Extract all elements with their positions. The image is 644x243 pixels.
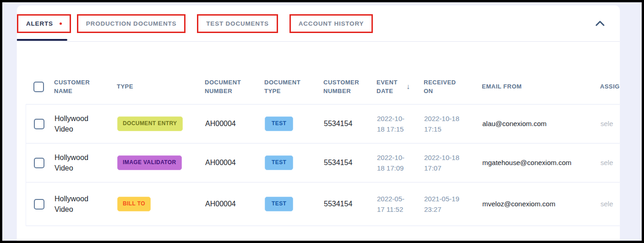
document-type-badge: TEST: [265, 116, 293, 131]
table-row: Hollywood Video IMAGE VALIDATOR AH00004 …: [26, 143, 620, 182]
row-checkbox[interactable]: [34, 119, 44, 129]
annotation-dot: [60, 22, 62, 25]
customer-name-cell: Hollywood Video: [55, 193, 117, 215]
header-checkbox-cell: [26, 82, 54, 92]
table-body: Hollywood Video DOCUMENT ENTRY AH00004 T…: [26, 104, 620, 226]
document-type-badge: TEST: [265, 197, 293, 211]
header-document-number[interactable]: DOCUMENT NUMBER: [205, 78, 264, 96]
type-badge: BILL TO: [117, 197, 151, 211]
tab-account-history-label: ACCOUNT HISTORY: [299, 20, 364, 27]
received-on-cell: 2022-10-18 17:07: [424, 152, 482, 174]
email-from-cell: mgatehouse@conexiom.com: [482, 158, 600, 168]
type-cell: BILL TO: [117, 197, 205, 211]
documents-panel: ALERTS PRODUCTION DOCUMENTS TEST DOCUMEN…: [17, 6, 620, 241]
tab-alerts-label: ALERTS: [26, 20, 53, 27]
tab-test-documents-label: TEST DOCUMENTS: [206, 20, 268, 27]
type-cell: IMAGE VALIDATOR: [117, 155, 205, 170]
email-from-cell: alau@conexiom.com: [482, 119, 600, 129]
tab-test-documents[interactable]: TEST DOCUMENTS: [197, 14, 278, 33]
received-on-cell: 2021-05-19 23:27: [424, 193, 482, 215]
type-badge: IMAGE VALIDATOR: [117, 155, 182, 170]
tab-bar: ALERTS PRODUCTION DOCUMENTS TEST DOCUMEN…: [17, 6, 620, 42]
customer-name-cell: Hollywood Video: [55, 113, 117, 134]
document-type-cell: TEST: [265, 155, 324, 170]
screenshot-root: { "tabs": { "active": "ALERTS", "items":…: [0, 0, 644, 243]
assigned-select[interactable]: sele: [600, 119, 620, 129]
event-date-cell: 2022-10-18 17:09: [377, 152, 424, 174]
table-header-row: CUSTOMER NAME TYPE DOCUMENT NUMBER DOCUM…: [26, 69, 620, 104]
row-checkbox-cell: [26, 199, 55, 210]
document-type-cell: TEST: [265, 116, 324, 131]
received-on-cell: 2022-10-18 17:15: [424, 113, 482, 135]
header-received-on[interactable]: RECEIVED ON: [424, 78, 482, 96]
email-from-cell: mveloz@conexiom.com: [482, 199, 600, 209]
header-type[interactable]: TYPE: [117, 82, 205, 91]
assigned-select[interactable]: sele: [600, 199, 620, 209]
tab-production-documents-label: PRODUCTION DOCUMENTS: [86, 20, 177, 27]
customer-number-cell: 5534154: [324, 157, 377, 168]
tab-account-history[interactable]: ACCOUNT HISTORY: [289, 14, 373, 33]
header-customer-name[interactable]: CUSTOMER NAME: [54, 78, 117, 96]
header-event-date[interactable]: EVENT DATE ↓: [377, 78, 424, 96]
active-tab-underline: [17, 39, 67, 41]
customer-number-cell: 5534154: [324, 199, 377, 209]
document-number-cell: AH00004: [205, 118, 265, 129]
header-document-type[interactable]: DOCUMENT TYPE: [264, 78, 323, 96]
table-container: CUSTOMER NAME TYPE DOCUMENT NUMBER DOCUM…: [17, 42, 620, 241]
table-row: Hollywood Video BILL TO AH00004 TEST 553…: [26, 182, 620, 226]
select-all-checkbox[interactable]: [33, 82, 44, 92]
table-row: Hollywood Video DOCUMENT ENTRY AH00004 T…: [26, 104, 620, 143]
document-type-cell: TEST: [265, 197, 324, 211]
header-assigned[interactable]: ASSIG: [600, 82, 620, 91]
collapse-panel-button[interactable]: [592, 16, 608, 31]
row-checkbox-cell: [26, 158, 55, 168]
document-type-badge: TEST: [265, 155, 293, 170]
sort-descending-icon[interactable]: ↓: [406, 81, 410, 92]
row-checkbox[interactable]: [34, 199, 44, 210]
document-number-cell: AH00004: [205, 157, 265, 168]
customer-number-cell: 5534154: [324, 118, 377, 129]
type-badge: DOCUMENT ENTRY: [117, 116, 183, 131]
header-email-from[interactable]: EMAIL FROM: [482, 82, 600, 91]
document-number-cell: AH00004: [205, 199, 265, 209]
type-cell: DOCUMENT ENTRY: [117, 116, 205, 131]
tab-production-documents[interactable]: PRODUCTION DOCUMENTS: [77, 14, 186, 33]
tab-alerts[interactable]: ALERTS: [17, 14, 71, 33]
row-checkbox-cell: [26, 119, 55, 129]
chevron-up-icon: [595, 21, 605, 26]
customer-name-cell: Hollywood Video: [55, 152, 117, 173]
event-date-cell: 2022-05-17 11:52: [377, 193, 424, 215]
assigned-select[interactable]: sele: [600, 158, 620, 168]
header-customer-number[interactable]: CUSTOMER NUMBER: [323, 78, 377, 96]
row-checkbox[interactable]: [34, 158, 44, 168]
event-date-cell: 2022-10-18 17:15: [377, 113, 424, 135]
